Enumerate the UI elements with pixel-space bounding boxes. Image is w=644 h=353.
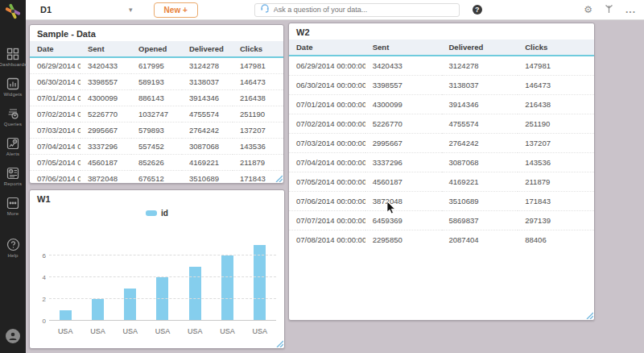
table-row[interactable]: 07/01/2014 0043000998861433914346216438 xyxy=(30,89,283,106)
bar[interactable] xyxy=(60,310,72,321)
app-logo-icon[interactable] xyxy=(0,0,26,22)
column-header-delivered[interactable]: Delivered xyxy=(182,41,233,57)
table-row[interactable]: 07/04/2014 00:00:00 PD333729630870681435… xyxy=(289,152,594,172)
table-cell: 1032747 xyxy=(131,106,182,122)
column-header-clicks[interactable]: Clicks xyxy=(233,41,283,57)
bar[interactable] xyxy=(189,267,201,321)
column-header-date[interactable]: Date xyxy=(30,41,80,57)
table-cell: 2995667 xyxy=(80,122,131,138)
chevron-down-icon[interactable]: ▾ xyxy=(129,6,133,14)
table-row[interactable]: 07/03/2014 00:00:00 PD299566727642421372… xyxy=(289,133,594,152)
column-header-clicks[interactable]: Clicks xyxy=(518,39,594,56)
table-row[interactable]: 07/05/2014 0045601878526264169221211879 xyxy=(30,154,283,170)
table-row[interactable]: 07/02/2014 00522677010327474755574251190 xyxy=(30,106,283,122)
sidebar-item-queries[interactable]: Queries xyxy=(0,102,26,132)
bar-column xyxy=(81,242,114,321)
w2-table: DateSentDeliveredClicks06/29/2014 00:00:… xyxy=(289,39,594,249)
table-row[interactable]: 07/04/2014 0033372965574523087068143536 xyxy=(30,138,283,154)
table-cell: 07/03/2014 00 xyxy=(30,122,80,138)
bar[interactable] xyxy=(156,277,168,321)
sidebar-item-label: Alerts xyxy=(6,152,20,156)
table-cell: 557452 xyxy=(131,138,182,154)
column-header-opened[interactable]: Opened xyxy=(131,41,182,57)
resize-handle[interactable] xyxy=(276,340,283,347)
table-cell: 3398557 xyxy=(80,73,131,89)
more-options-icon[interactable]: ... xyxy=(625,5,636,15)
table-row[interactable]: 07/01/2014 00:00:00 PD430009939143462164… xyxy=(289,94,594,114)
column-header-date[interactable]: Date xyxy=(289,39,365,56)
table-cell: 2764242 xyxy=(182,122,233,138)
table-row[interactable]: 07/06/2014 00:00:00 PD387204835106891718… xyxy=(289,191,594,210)
user-avatar[interactable] xyxy=(6,329,20,343)
legend-swatch xyxy=(146,210,157,216)
reports-icon xyxy=(6,167,19,180)
top-bar: D1 ▾ New + ? ⚙ ... xyxy=(26,0,644,20)
table-row[interactable]: 06/29/2014 00:00:00 PD342043331242781479… xyxy=(289,56,594,75)
widget-title[interactable]: W2 xyxy=(289,23,594,39)
sidebar-item-dashboards[interactable]: Dashboards xyxy=(0,43,26,73)
resize-handle[interactable] xyxy=(275,175,283,182)
table-row[interactable]: 07/08/2014 00:00:00 PD229585020874048840… xyxy=(289,230,594,249)
x-tick-label: USA xyxy=(114,325,147,335)
table-cell: 216438 xyxy=(233,89,283,106)
y-tick-label: 0 xyxy=(36,318,46,325)
column-header-sent[interactable]: Sent xyxy=(80,41,131,57)
dashboards-grid-icon xyxy=(6,48,19,60)
gridline xyxy=(49,298,276,299)
x-tick-label: USA xyxy=(147,325,179,335)
table-cell: 3087068 xyxy=(182,138,233,154)
table-cell: 3914346 xyxy=(182,89,233,106)
sidebar-item-alerts[interactable]: Alerts xyxy=(0,132,26,162)
table-cell: 4755574 xyxy=(442,114,518,133)
table-cell: 3872048 xyxy=(80,170,131,184)
column-header-sent[interactable]: Sent xyxy=(365,39,442,56)
bar-column xyxy=(114,242,147,321)
bar[interactable] xyxy=(92,299,104,321)
search-input[interactable] xyxy=(274,6,454,14)
table-row[interactable]: 07/07/2014 00:00:00 PD645936958698372971… xyxy=(289,210,594,230)
column-header-delivered[interactable]: Delivered xyxy=(442,39,518,56)
legend-label: id xyxy=(161,209,168,218)
table-row[interactable]: 06/30/2014 00:00:00 PD339855731380371464… xyxy=(289,75,594,94)
alerts-icon xyxy=(6,137,19,150)
bar[interactable] xyxy=(124,289,136,321)
table-row[interactable]: 06/30/2014 0033985575891933138037146473 xyxy=(30,73,283,89)
resize-handle[interactable] xyxy=(586,312,593,319)
table-cell: 2295850 xyxy=(365,230,442,249)
table-row[interactable]: 07/05/2014 00:00:00 PD456018741692212118… xyxy=(289,172,594,191)
sidebar-item-reports[interactable]: Reports xyxy=(0,162,26,192)
sidebar-item-more[interactable]: More xyxy=(0,192,26,222)
table-cell: 2764242 xyxy=(442,133,518,152)
sidebar-item-widgets[interactable]: Widgets xyxy=(0,73,26,102)
new-button[interactable]: New + xyxy=(154,2,198,18)
broadcast-icon[interactable] xyxy=(605,4,613,15)
chart-legend[interactable]: id xyxy=(30,205,284,221)
table-cell: 07/05/2014 00 xyxy=(30,154,80,170)
table-row[interactable]: 06/29/2014 0034204336179953124278147981 xyxy=(30,57,283,73)
bar[interactable] xyxy=(221,255,233,321)
widget-title[interactable]: W1 xyxy=(30,190,284,206)
sidebar-item-label: Help xyxy=(7,253,18,258)
table-cell: 07/03/2014 00:00:00 PD xyxy=(289,133,365,152)
widget-title[interactable]: Sample - Data xyxy=(30,25,283,41)
table-cell: 4755574 xyxy=(182,106,233,122)
more-icon xyxy=(6,197,19,210)
table-row[interactable]: 07/02/2014 00:00:00 PD522677047555742511… xyxy=(289,114,594,133)
table-cell: 3914346 xyxy=(442,94,518,114)
help-badge-icon[interactable]: ? xyxy=(473,5,482,15)
sidebar-item-help[interactable]: Help xyxy=(0,233,26,264)
table-cell: 3138037 xyxy=(442,75,518,94)
ask-data-searchbox[interactable] xyxy=(254,3,460,17)
table-row[interactable]: 07/03/2014 0029956675798932764242137207 xyxy=(30,122,283,138)
settings-gear-icon[interactable]: ⚙ xyxy=(584,5,592,15)
table-cell: 6459369 xyxy=(365,210,442,230)
table-cell: 4169221 xyxy=(182,154,233,170)
table-cell: 07/08/2014 00:00:00 PD xyxy=(289,230,365,249)
widget-w1: W1 id 0246 USAUSAUSAUSAUSAUSAUSA xyxy=(29,189,285,349)
bar[interactable] xyxy=(254,245,266,321)
sidebar-item-label: More xyxy=(7,211,19,216)
sidebar: Dashboards Widgets Queries xyxy=(0,0,26,353)
table-row[interactable]: 07/06/2014 0038720486765123510689171843 xyxy=(30,170,283,184)
table-cell: 137207 xyxy=(233,122,283,138)
bar-column xyxy=(147,242,179,321)
